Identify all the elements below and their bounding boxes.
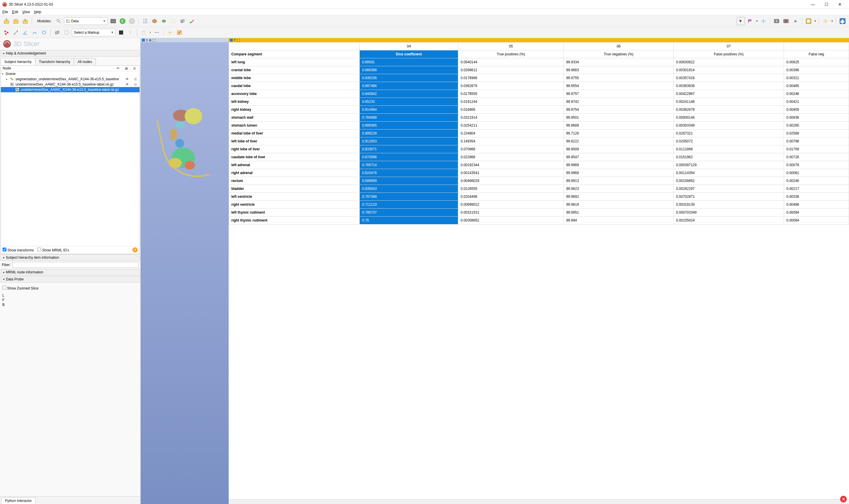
table-row[interactable]: right adrenal0.6204760.0014354199.99680.… (229, 169, 849, 177)
hdr-tn[interactable]: True negatives (%) (564, 50, 674, 58)
tree-segmentation[interactable]: ▸segmentation_undeterminedSex_AAWC_K244-… (1, 76, 140, 82)
flag-icon[interactable] (746, 17, 754, 25)
line-icon[interactable] (12, 29, 20, 37)
closed-curve-icon[interactable] (40, 29, 48, 37)
mrml-info-section[interactable]: ▸MRML node information (1, 269, 140, 275)
markup-display-icon[interactable] (166, 29, 174, 37)
table-row[interactable]: medial lobe of liver0.8992280.23480499.7… (229, 129, 849, 138)
table-row[interactable]: stomach lumen0.8993650.025421199.96890.0… (229, 122, 849, 129)
volume-render-icon[interactable] (151, 17, 159, 25)
volumes-icon[interactable] (179, 17, 187, 25)
tree-label1[interactable]: undeterminedSex_AAWC_K244-36-e15.5_basel… (1, 82, 140, 87)
help-section[interactable]: ▸Help & Acknowledgement (1, 50, 140, 57)
roi-icon[interactable] (63, 29, 71, 37)
table-row[interactable]: right kidney0.8144640.01686699.97540.003… (229, 106, 849, 114)
hdr-fn[interactable]: False neg (784, 50, 849, 58)
tab-all-nodes[interactable]: All nodes (74, 58, 96, 65)
view-3d[interactable]: 1 ⚙ ⛶ (141, 38, 229, 504)
save-button[interactable] (21, 17, 29, 25)
pin-icon[interactable] (230, 39, 233, 42)
show-mrml-checkbox[interactable]: Show MRML ID's (37, 248, 69, 252)
extensions-icon[interactable] (838, 17, 847, 25)
menu-help[interactable]: Help (34, 10, 41, 14)
menu-file[interactable]: File (2, 10, 8, 14)
more-icon[interactable]: ⋯ (153, 29, 161, 37)
menu-edit[interactable]: Edit (12, 10, 18, 14)
markup-edit-icon[interactable] (175, 29, 183, 37)
record-icon[interactable] (782, 17, 790, 25)
module-search-button[interactable] (55, 17, 63, 25)
tree-scene[interactable]: ▾Scene (1, 71, 140, 76)
table-row[interactable]: rectum0.6969590.0046602999.99130.0015885… (229, 177, 849, 185)
close-badge-icon[interactable]: ✕ (840, 496, 847, 502)
table-row[interactable]: accessory lobe0.8406420.017655599.97570.… (229, 90, 849, 98)
module-back-button[interactable] (119, 17, 127, 25)
table-row[interactable]: right thymic rudiment0.750.0035885299.99… (229, 217, 849, 224)
table-view-header[interactable]: T ⛶ (229, 38, 849, 42)
crosshair-icon[interactable] (759, 17, 767, 25)
markup-selector[interactable]: Select a Markup ▼ (72, 29, 116, 36)
maximize-button[interactable]: ☐ (820, 0, 833, 9)
table-row[interactable]: middle lobe0.8391560.017698699.97550.003… (229, 74, 849, 82)
module-selector[interactable]: Data ▼ (64, 17, 108, 25)
pin-icon[interactable] (142, 39, 145, 42)
hdr-tp[interactable]: True positives (%) (458, 50, 564, 58)
zoomed-slice-checkbox[interactable]: Show Zoomed Slice (2, 286, 138, 290)
gear-icon[interactable]: ⚙ (149, 39, 152, 42)
screenshot-icon[interactable] (773, 17, 781, 25)
table-row[interactable]: caudal lobe0.8974660.036267999.95540.003… (229, 82, 849, 90)
minimize-button[interactable]: — (806, 0, 820, 9)
stop-icon[interactable] (117, 29, 125, 37)
table-row[interactable]: left ventricle0.7973880.020449899.96920.… (229, 193, 849, 201)
close-button[interactable]: ✕ (833, 0, 847, 9)
header-color-icon[interactable]: ▦ (122, 67, 130, 70)
transforms-icon[interactable] (169, 17, 177, 25)
tab-transform-hierarchy[interactable]: Transform hierarchy (35, 58, 74, 65)
menu-view[interactable]: View (22, 10, 30, 14)
module-history-button[interactable] (109, 17, 117, 25)
curve-icon[interactable] (31, 29, 39, 37)
layout-icon[interactable] (804, 17, 813, 25)
angle-icon[interactable] (21, 29, 29, 37)
toolbar-overflow-icon[interactable]: » (791, 17, 799, 25)
table-row[interactable]: left adrenal0.7657140.0019234499.99690.0… (229, 161, 849, 169)
module-forward-button[interactable] (128, 17, 136, 25)
table-row[interactable]: left lung0.895810.054014499.93340.006306… (229, 58, 849, 66)
comparison-table[interactable]: 04 05 06 07 Compare segment Dice coeffic… (229, 42, 849, 224)
tree-label2-selected[interactable]: undeterminedSex_AAWC_K244-36-e15.5_basel… (1, 87, 140, 92)
load-data-button[interactable] (2, 17, 11, 25)
python-interactor-tab[interactable]: Python Interactor (1, 497, 35, 504)
plane-icon[interactable] (53, 29, 61, 37)
filter-input[interactable] (12, 262, 139, 268)
data-probe-section[interactable]: ▾Data Probe (1, 276, 140, 283)
table-row[interactable]: left kidney0.852330.019124499.97420.0024… (229, 98, 849, 106)
view-3d-header[interactable]: 1 ⚙ ⛶ (141, 38, 229, 42)
segment-editor-icon[interactable] (188, 17, 196, 25)
table-row[interactable]: cranial lobe0.8863980.026861299.96630.00… (229, 66, 849, 74)
center-view-icon[interactable] (821, 17, 830, 25)
load-dicom-button[interactable]: DCM (12, 17, 20, 25)
table-row[interactable]: right ventricle0.7121190.0099952299.9819… (229, 201, 849, 209)
models-icon[interactable] (160, 17, 168, 25)
show-transforms-checkbox[interactable]: Show transforms (3, 248, 34, 252)
help-icon[interactable]: ? (132, 247, 138, 253)
table-row[interactable]: stomach wall0.7846980.032191499.95010.00… (229, 114, 849, 122)
subject-hierarchy-icon[interactable] (141, 17, 149, 25)
hdr-dice[interactable]: Dice coefficient (360, 50, 458, 58)
table-row[interactable]: bladder0.8350430.012655599.98230.0028229… (229, 185, 849, 193)
subject-info-section[interactable]: ▸Subject hierarchy item information (1, 254, 140, 261)
up-arrow-icon[interactable]: ↑ (126, 29, 135, 37)
table-row[interactable]: left thymic rudiment0.7957370.0032153199… (229, 209, 849, 217)
delete-icon[interactable] (140, 29, 148, 37)
maximize-view-icon[interactable]: ⛶ (153, 39, 156, 42)
header-eye-icon[interactable]: 👁 (114, 67, 122, 70)
hdr-compare[interactable]: Compare segment (229, 50, 360, 58)
subject-tree[interactable]: ▾Scene ▸segmentation_undeterminedSex_AAW… (1, 71, 140, 246)
hdr-fp[interactable]: False positives (%) (674, 50, 784, 58)
table-row[interactable]: caudate lobe of liver0.6705960.02286699.… (229, 153, 849, 161)
horizontal-scrollbar[interactable] (229, 499, 849, 504)
table-row[interactable]: right lobe of liver0.8336710.07086699.90… (229, 145, 849, 153)
fiducial-icon[interactable] (2, 29, 11, 37)
maximize-view-icon[interactable]: ⛶ (237, 39, 240, 42)
tab-subject-hierarchy[interactable]: Subject hierarchy (1, 58, 35, 65)
